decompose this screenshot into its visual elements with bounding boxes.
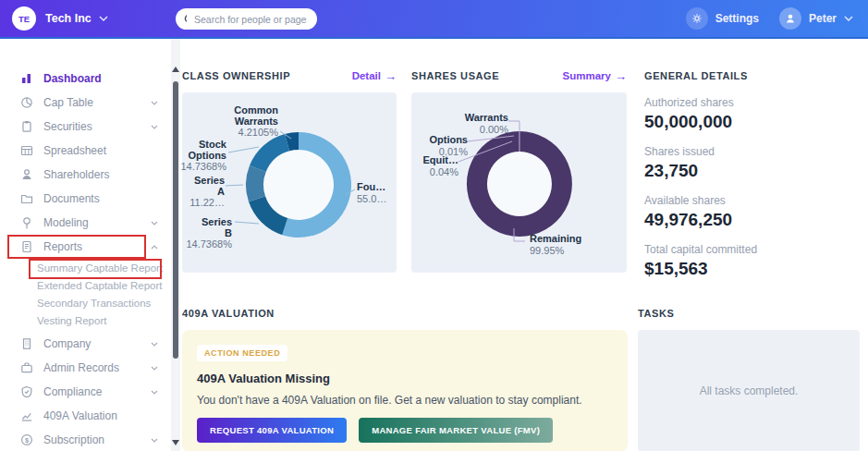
- sidebar-item-409a-valuation[interactable]: 409A Valuation: [0, 404, 171, 428]
- class-ownership-section: CLASS OWNERSHIP Detail→ CommonWarrants4.…: [182, 68, 397, 273]
- class-ownership-card: CommonWarrants4.2105% StockOptions14.736…: [182, 92, 397, 273]
- chevron-down-icon: [151, 125, 158, 129]
- arrow-right-icon: →: [385, 69, 397, 83]
- sidebar-item-subscription[interactable]: $ Subscription: [0, 428, 171, 451]
- donut-slice-series-a: [246, 165, 266, 201]
- shares-usage-card: Warrants0.00% Options0.01% Equit…0.04% R…: [411, 92, 627, 273]
- arrow-right-icon: →: [615, 69, 627, 83]
- company-name: Tech Inc: [45, 12, 92, 25]
- shares-usage-section: SHARES USAGE Summary→ Warrants0.00% Opti…: [411, 68, 627, 273]
- tasks-card: All tasks completed.: [638, 330, 860, 451]
- sidebar: Dashboard Cap Table Securities Spreadshe…: [0, 39, 171, 451]
- sidebar-item-extended-captable-report[interactable]: Extended Captable Report: [0, 276, 171, 294]
- shares-usage-title: SHARES USAGE: [411, 70, 499, 81]
- general-details-title: GENERAL DETAILS: [644, 70, 748, 81]
- search-bar[interactable]: [176, 8, 317, 30]
- callout-common-warrants: CommonWarrants4.2105%: [234, 105, 278, 139]
- stat-shares-issued: Shares issued 23,750: [644, 145, 862, 181]
- tasks-section: TASKS All tasks completed.: [638, 306, 860, 451]
- chevron-down-icon: [151, 342, 158, 347]
- callout-warrants: Warrants0.00%: [465, 113, 508, 135]
- company-initials: TE: [18, 14, 30, 24]
- user-name: Peter: [809, 12, 837, 25]
- folder-icon: [20, 192, 33, 205]
- stat-total-capital-committed: Total capital committed $15,563: [644, 243, 862, 279]
- main-scrollbar[interactable]: [171, 39, 180, 451]
- sidebar-item-cap-table[interactable]: Cap Table: [0, 91, 171, 115]
- chevron-down-icon: [151, 101, 158, 105]
- valuation-missing-body: You don't have a 409A Valuation on file.…: [197, 394, 613, 407]
- sidebar-item-reports[interactable]: Reports: [0, 235, 171, 259]
- sidebar-item-modeling[interactable]: Modeling: [0, 211, 171, 235]
- sidebar-item-spreadsheet[interactable]: Spreadsheet: [0, 139, 171, 163]
- dashboard-icon: [20, 72, 33, 85]
- callout-equity: Equit…0.04%: [423, 155, 459, 177]
- shield-icon: [20, 385, 33, 398]
- company-switcher[interactable]: Tech Inc: [45, 12, 108, 25]
- chevron-down-icon: [151, 438, 158, 443]
- action-needed-badge: ACTION NEEDED: [197, 345, 287, 361]
- dollar-circle-icon: $: [20, 433, 33, 446]
- settings-button[interactable]: Settings: [686, 7, 759, 30]
- request-409a-valuation-button[interactable]: REQUEST 409A VALUATION: [197, 418, 347, 443]
- sidebar-item-summary-captable-report[interactable]: Summary Captable Report: [0, 259, 171, 276]
- scrollbar-thumb[interactable]: [173, 81, 178, 359]
- valuation-409a-section: 409A VALUATION ACTION NEEDED 409A Valuat…: [182, 306, 628, 451]
- sidebar-item-admin-records[interactable]: Admin Records: [0, 356, 171, 380]
- shares-usage-donut-chart: [411, 92, 627, 273]
- chart-line-icon: [20, 409, 33, 422]
- topbar: TE Tech Inc Settings Peter: [0, 0, 868, 39]
- settings-label: Settings: [715, 12, 759, 25]
- valuation-warning-card: ACTION NEEDED 409A Valuation Missing You…: [182, 330, 628, 451]
- sidebar-item-documents[interactable]: Documents: [0, 187, 171, 211]
- callout-series-b: SeriesB14.7368%: [186, 217, 232, 250]
- callout-remaining: Remaining99.95%: [530, 234, 581, 256]
- sidebar-item-dashboard[interactable]: Dashboard: [0, 67, 171, 91]
- detail-link[interactable]: Detail→: [352, 69, 397, 83]
- valuation-missing-heading: 409A Valuation Missing: [197, 372, 613, 385]
- chevron-down-icon: [99, 16, 108, 21]
- sidebar-item-vesting-report[interactable]: Vesting Report: [0, 311, 171, 329]
- user-menu[interactable]: Peter: [779, 7, 853, 30]
- search-icon: [184, 14, 187, 25]
- chevron-down-icon: [151, 390, 158, 395]
- tasks-empty-message: All tasks completed.: [700, 384, 799, 397]
- spreadsheet-icon: [20, 144, 33, 157]
- report-icon: [20, 240, 33, 253]
- chevron-up-icon: [151, 245, 158, 250]
- topbar-right: Settings Peter: [686, 7, 868, 30]
- class-ownership-title: CLASS OWNERSHIP: [182, 70, 290, 81]
- clipboard-icon: [20, 120, 33, 133]
- gear-icon: [686, 7, 708, 30]
- stat-available-shares: Available shares 49,976,250: [644, 194, 862, 230]
- chevron-down-icon: [844, 16, 853, 21]
- sidebar-item-secondary-transactions[interactable]: Secondary Transactions: [0, 294, 171, 311]
- scroll-down-arrow[interactable]: [172, 440, 179, 445]
- sidebar-item-securities[interactable]: Securities: [0, 115, 171, 139]
- person-icon: [20, 168, 33, 181]
- callout-series-a: SeriesA11.22…: [189, 176, 225, 209]
- sidebar-item-compliance[interactable]: Compliance: [0, 380, 171, 404]
- company-logo[interactable]: TE: [12, 6, 36, 30]
- lightbulb-icon: [20, 216, 33, 229]
- callout-founders: Fou…55.0…: [357, 182, 386, 204]
- briefcase-icon: [20, 361, 33, 374]
- user-avatar-icon: [779, 7, 801, 30]
- svg-text:$: $: [25, 436, 30, 445]
- valuation-409a-title: 409A VALUATION: [182, 308, 275, 319]
- summary-link[interactable]: Summary→: [563, 69, 627, 83]
- tasks-title: TASKS: [638, 308, 674, 319]
- main-content: CLASS OWNERSHIP Detail→ CommonWarrants4.…: [180, 39, 868, 451]
- pie-chart-icon: [20, 96, 33, 109]
- building-icon: [20, 337, 33, 350]
- manage-fmv-button[interactable]: MANAGE FAIR MARKET VALUE (FMV): [359, 418, 553, 443]
- sidebar-item-shareholders[interactable]: Shareholders: [0, 163, 171, 187]
- search-input[interactable]: [192, 13, 309, 26]
- reports-submenu: Summary Captable Report Extended Captabl…: [0, 259, 171, 329]
- scroll-up-arrow[interactable]: [172, 67, 179, 72]
- callout-stock-options: StockOptions14.7368%: [180, 140, 226, 173]
- sidebar-item-company[interactable]: Company: [0, 332, 171, 356]
- chevron-down-icon: [151, 221, 158, 226]
- app-window: TE Tech Inc Settings Peter: [0, 0, 868, 451]
- general-details-section: GENERAL DETAILS Authorized shares 50,000…: [644, 68, 862, 279]
